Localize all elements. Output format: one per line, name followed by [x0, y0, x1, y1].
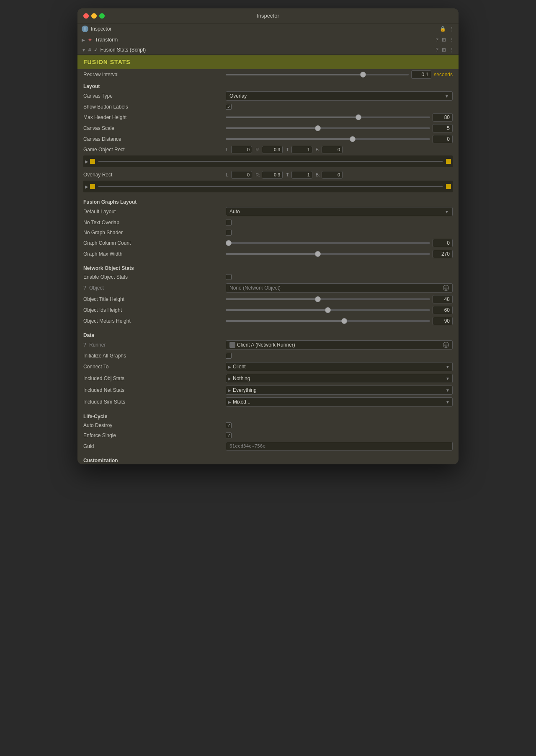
max-header-value-box: 80 — [433, 113, 453, 122]
included-net-stats-dropdown[interactable]: ▶ Everything ▼ — [226, 386, 453, 395]
included-sim-stats-selected: Mixed... — [233, 399, 250, 405]
game-object-rect-value: L: 0 R: 0.3 T: 1 B: 0 — [226, 146, 453, 153]
included-net-stats-tri: ▶ — [228, 388, 231, 393]
enable-object-stats-row: Enable Object Stats — [77, 272, 459, 282]
gor-r-input[interactable]: 0.3 — [262, 146, 283, 153]
canvas-distance-value: 0 — [226, 135, 453, 143]
transform-menu-icon[interactable]: ⋮ — [449, 37, 454, 43]
gor-l-label: L: — [226, 147, 229, 152]
script-help-icon[interactable]: ? — [436, 47, 438, 53]
max-header-height-row: Max Header Height 80 — [77, 112, 459, 123]
redraw-slider-container — [226, 74, 409, 75]
canvas-scale-thumb[interactable] — [315, 125, 321, 131]
default-layout-dropdown[interactable]: Auto ▼ — [226, 207, 453, 216]
graph-max-width-slider — [226, 253, 430, 255]
overlay-rect-label: Overlay Rect — [83, 172, 226, 178]
canvas-type-dropdown[interactable]: Overlay ▼ — [226, 91, 453, 101]
included-obj-stats-selected: Nothing — [233, 375, 250, 381]
max-header-track — [226, 117, 430, 118]
lock-icon[interactable]: 🔒 — [440, 26, 446, 32]
graph-max-width-value: 270 — [226, 250, 453, 258]
no-text-overlap-checkbox[interactable] — [226, 220, 232, 225]
object-ids-thumb[interactable] — [325, 307, 331, 313]
gor-t-input[interactable]: 1 — [291, 146, 312, 153]
gor-t-label: T: — [286, 147, 290, 152]
runner-picker-icon[interactable]: ◎ — [443, 342, 449, 348]
object-title-thumb[interactable] — [315, 296, 321, 302]
help-icon[interactable]: ? — [436, 37, 438, 43]
runner-value: Client A (Network Runner) ◎ — [226, 340, 453, 350]
object-ref-picker-icon[interactable]: ◎ — [443, 285, 449, 291]
object-meters-thumb[interactable] — [341, 318, 347, 324]
menu-icon[interactable]: ⋮ — [449, 26, 454, 32]
arrow-down-icon: ▼ — [82, 48, 86, 52]
object-meters-slider — [226, 320, 430, 322]
included-sim-stats-row: Included Sim Stats ▶ Mixed... ▼ — [77, 396, 459, 408]
auto-destroy-label: Auto Destroy — [83, 422, 226, 428]
redraw-slider-thumb[interactable] — [360, 72, 366, 78]
enforce-single-checkbox[interactable]: ✓ — [226, 432, 232, 438]
no-graph-shader-checkbox[interactable] — [226, 230, 232, 236]
runner-ref-field[interactable]: Client A (Network Runner) ◎ — [226, 340, 453, 350]
max-header-thumb[interactable] — [356, 114, 361, 120]
connect-to-value: ▶ Client ▼ — [226, 362, 453, 371]
included-obj-stats-tri: ▶ — [228, 376, 231, 381]
overlay-rect-value: L: 0 R: 0.3 T: 1 B: 0 — [226, 171, 453, 179]
object-ids-track — [226, 309, 430, 311]
gor-b-input[interactable]: 0 — [322, 146, 343, 153]
traffic-lights — [83, 13, 105, 18]
connect-to-dropdown[interactable]: ▶ Client ▼ — [226, 362, 453, 371]
inspector-row: i Inspector 🔒 ⋮ — [77, 23, 459, 34]
redraw-value-box: 0.1 — [411, 70, 431, 79]
network-object-section-heading: Network Object Stats — [77, 262, 459, 272]
script-checkbox[interactable]: ✓ — [94, 47, 98, 53]
initialize-all-graphs-checkbox[interactable] — [226, 353, 232, 359]
or-b-input[interactable]: 0 — [322, 171, 343, 179]
included-obj-stats-label: Included Obj Stats — [83, 375, 226, 381]
script-actions: ? ⊞ ⋮ — [436, 47, 454, 53]
close-button[interactable] — [83, 13, 89, 18]
redraw-interval-row: Redraw Interval 0.1 seconds — [77, 69, 459, 80]
redraw-value: 0.1 seconds — [226, 70, 453, 79]
object-ref-field[interactable]: None (Network Object) ◎ — [226, 283, 453, 293]
enable-object-stats-checkbox[interactable] — [226, 274, 232, 280]
gor-t-field: T: 1 — [286, 146, 312, 153]
runner-ref-text: Client A (Network Runner) — [237, 342, 295, 348]
or-t-input[interactable]: 1 — [291, 171, 312, 179]
object-meters-track — [226, 320, 430, 322]
runner-ref-icon — [229, 342, 235, 348]
auto-destroy-checkbox[interactable]: ✓ — [226, 422, 232, 428]
graph-column-thumb[interactable] — [226, 240, 232, 246]
object-ids-height-row: Object Ids Height 60 — [77, 305, 459, 316]
sliders-icon[interactable]: ⊞ — [442, 37, 446, 43]
gor-l-input[interactable]: 0 — [231, 146, 252, 153]
guid-field: 61ecd34e-756e — [226, 442, 453, 450]
show-button-labels-label: Show Button Labels — [83, 104, 226, 110]
graph-max-width-thumb[interactable] — [315, 251, 321, 257]
object-meters-height-label: Object Meters Height — [83, 318, 226, 324]
included-obj-stats-dropdown[interactable]: ▶ Nothing ▼ — [226, 374, 453, 383]
content: FUSION STATS Redraw Interval 0.1 seconds… — [77, 55, 459, 464]
graph-column-count-label: Graph Column Count — [83, 240, 226, 246]
show-button-labels-value: ✓ — [226, 104, 453, 110]
runner-question-icon: ? — [83, 342, 86, 348]
overlay-rect-fields: L: 0 R: 0.3 T: 1 B: 0 — [226, 171, 453, 179]
script-menu-icon[interactable]: ⋮ — [449, 47, 454, 53]
arrow-right-icon: ▶ — [82, 38, 85, 42]
show-button-labels-checkbox[interactable]: ✓ — [226, 104, 232, 110]
or-l-input[interactable]: 0 — [231, 171, 252, 179]
included-obj-stats-value: ▶ Nothing ▼ — [226, 374, 453, 383]
gor-r-field: R: 0.3 — [255, 146, 283, 153]
script-row: ▼ # ✓ Fusion Stats (Script) ? ⊞ ⋮ — [77, 45, 459, 55]
minimize-button[interactable] — [91, 13, 97, 18]
inspector-window: Inspector i Inspector 🔒 ⋮ ▶ ✦ Transform … — [77, 8, 459, 464]
inspector-actions: 🔒 ⋮ — [440, 26, 454, 32]
gor-l-field: L: 0 — [226, 146, 252, 153]
canvas-distance-thumb[interactable] — [350, 136, 356, 142]
graph-max-width-label: Graph Max Width — [83, 251, 226, 257]
initialize-all-graphs-value — [226, 353, 453, 359]
included-sim-stats-dropdown[interactable]: ▶ Mixed... ▼ — [226, 397, 453, 406]
or-r-input[interactable]: 0.3 — [262, 171, 283, 179]
script-sliders-icon[interactable]: ⊞ — [442, 47, 446, 53]
maximize-button[interactable] — [99, 13, 105, 18]
